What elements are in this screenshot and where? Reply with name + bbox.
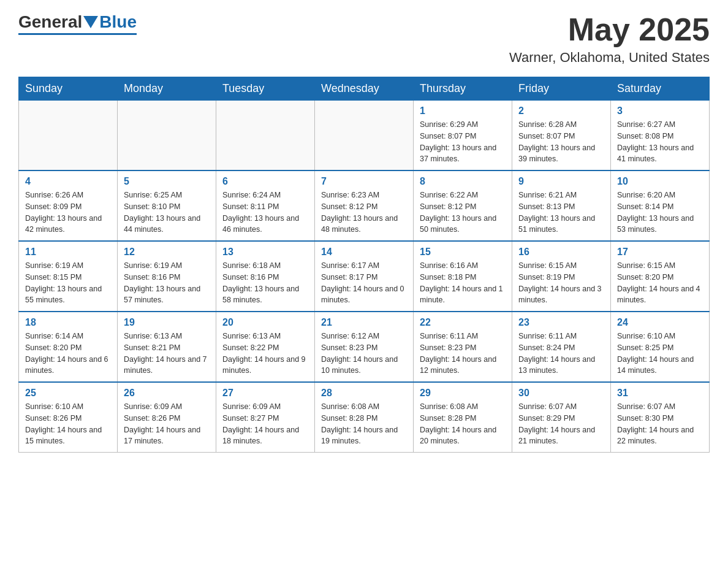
day-number: 4: [25, 176, 111, 187]
day-number: 2: [518, 105, 604, 117]
weekday-header-tuesday: Tuesday: [216, 77, 315, 101]
day-info: Sunrise: 6:09 AMSunset: 8:26 PMDaylight:…: [124, 401, 210, 447]
calendar-week-row: 18Sunrise: 6:14 AMSunset: 8:20 PMDayligh…: [19, 312, 710, 382]
day-number: 21: [321, 317, 407, 328]
calendar-cell: 20Sunrise: 6:13 AMSunset: 8:22 PMDayligh…: [216, 312, 315, 382]
calendar-cell: 4Sunrise: 6:26 AMSunset: 8:09 PMDaylight…: [19, 170, 118, 241]
day-info: Sunrise: 6:15 AMSunset: 8:20 PMDaylight:…: [617, 260, 703, 306]
day-number: 6: [222, 176, 308, 187]
calendar-cell: 12Sunrise: 6:19 AMSunset: 8:16 PMDayligh…: [118, 241, 216, 312]
calendar-cell: 16Sunrise: 6:15 AMSunset: 8:19 PMDayligh…: [512, 241, 611, 312]
calendar-cell: 14Sunrise: 6:17 AMSunset: 8:17 PMDayligh…: [315, 241, 414, 312]
day-info: Sunrise: 6:17 AMSunset: 8:17 PMDaylight:…: [321, 260, 407, 306]
calendar-week-row: 11Sunrise: 6:19 AMSunset: 8:15 PMDayligh…: [19, 241, 710, 312]
day-info: Sunrise: 6:24 AMSunset: 8:11 PMDaylight:…: [222, 190, 308, 236]
calendar-cell: 24Sunrise: 6:10 AMSunset: 8:25 PMDayligh…: [611, 312, 710, 382]
day-number: 26: [124, 388, 210, 399]
calendar-cell: [216, 101, 315, 171]
day-number: 18: [25, 317, 111, 328]
day-info: Sunrise: 6:22 AMSunset: 8:12 PMDaylight:…: [420, 190, 506, 236]
calendar-cell: 2Sunrise: 6:28 AMSunset: 8:07 PMDaylight…: [512, 101, 611, 171]
weekday-header-friday: Friday: [512, 77, 611, 101]
day-info: Sunrise: 6:12 AMSunset: 8:23 PMDaylight:…: [321, 331, 407, 377]
logo-triangle-icon: [83, 16, 98, 28]
day-number: 15: [420, 247, 506, 258]
day-number: 1: [420, 105, 506, 117]
calendar-cell: 3Sunrise: 6:27 AMSunset: 8:08 PMDaylight…: [611, 101, 710, 171]
day-info: Sunrise: 6:26 AMSunset: 8:09 PMDaylight:…: [25, 190, 111, 236]
day-info: Sunrise: 6:29 AMSunset: 8:07 PMDaylight:…: [420, 119, 506, 165]
day-number: 3: [617, 105, 703, 117]
day-number: 8: [420, 176, 506, 187]
calendar-cell: [315, 101, 414, 171]
day-info: Sunrise: 6:23 AMSunset: 8:12 PMDaylight:…: [321, 190, 407, 236]
day-number: 17: [617, 247, 703, 258]
calendar-cell: 7Sunrise: 6:23 AMSunset: 8:12 PMDaylight…: [315, 170, 414, 241]
day-info: Sunrise: 6:11 AMSunset: 8:24 PMDaylight:…: [518, 331, 604, 377]
day-number: 24: [617, 317, 703, 328]
calendar-cell: 17Sunrise: 6:15 AMSunset: 8:20 PMDayligh…: [611, 241, 710, 312]
day-info: Sunrise: 6:18 AMSunset: 8:16 PMDaylight:…: [222, 260, 308, 306]
day-number: 23: [518, 317, 604, 328]
weekday-header-saturday: Saturday: [611, 77, 710, 101]
logo-general-text: General: [18, 12, 82, 32]
calendar-cell: 31Sunrise: 6:07 AMSunset: 8:30 PMDayligh…: [611, 382, 710, 453]
calendar-week-row: 4Sunrise: 6:26 AMSunset: 8:09 PMDaylight…: [19, 170, 710, 241]
day-info: Sunrise: 6:13 AMSunset: 8:21 PMDaylight:…: [124, 331, 210, 377]
day-info: Sunrise: 6:20 AMSunset: 8:14 PMDaylight:…: [617, 190, 703, 236]
day-info: Sunrise: 6:19 AMSunset: 8:16 PMDaylight:…: [124, 260, 210, 306]
calendar-cell: 30Sunrise: 6:07 AMSunset: 8:29 PMDayligh…: [512, 382, 611, 453]
weekday-header-sunday: Sunday: [19, 77, 118, 101]
calendar-header-row: SundayMondayTuesdayWednesdayThursdayFrid…: [19, 77, 710, 101]
calendar-cell: 5Sunrise: 6:25 AMSunset: 8:10 PMDaylight…: [118, 170, 216, 241]
day-number: 30: [518, 388, 604, 399]
calendar-week-row: 25Sunrise: 6:10 AMSunset: 8:26 PMDayligh…: [19, 382, 710, 453]
calendar-cell: 10Sunrise: 6:20 AMSunset: 8:14 PMDayligh…: [611, 170, 710, 241]
calendar-cell: 23Sunrise: 6:11 AMSunset: 8:24 PMDayligh…: [512, 312, 611, 382]
day-number: 13: [222, 247, 308, 258]
day-info: Sunrise: 6:25 AMSunset: 8:10 PMDaylight:…: [124, 190, 210, 236]
day-info: Sunrise: 6:07 AMSunset: 8:29 PMDaylight:…: [518, 401, 604, 447]
day-number: 12: [124, 247, 210, 258]
day-number: 25: [25, 388, 111, 399]
day-info: Sunrise: 6:13 AMSunset: 8:22 PMDaylight:…: [222, 331, 308, 377]
day-info: Sunrise: 6:07 AMSunset: 8:30 PMDaylight:…: [617, 401, 703, 447]
calendar-cell: [19, 101, 118, 171]
day-info: Sunrise: 6:10 AMSunset: 8:25 PMDaylight:…: [617, 331, 703, 377]
day-info: Sunrise: 6:11 AMSunset: 8:23 PMDaylight:…: [420, 331, 506, 377]
day-number: 9: [518, 176, 604, 187]
calendar-cell: 18Sunrise: 6:14 AMSunset: 8:20 PMDayligh…: [19, 312, 118, 382]
calendar-table: SundayMondayTuesdayWednesdayThursdayFrid…: [18, 77, 710, 453]
day-info: Sunrise: 6:08 AMSunset: 8:28 PMDaylight:…: [420, 401, 506, 447]
title-section: May 2025 Warner, Oklahoma, United States: [509, 12, 710, 66]
calendar-cell: 27Sunrise: 6:09 AMSunset: 8:27 PMDayligh…: [216, 382, 315, 453]
weekday-header-monday: Monday: [118, 77, 216, 101]
day-number: 19: [124, 317, 210, 328]
calendar-cell: 19Sunrise: 6:13 AMSunset: 8:21 PMDayligh…: [118, 312, 216, 382]
day-info: Sunrise: 6:14 AMSunset: 8:20 PMDaylight:…: [25, 331, 111, 377]
calendar-cell: 15Sunrise: 6:16 AMSunset: 8:18 PMDayligh…: [414, 241, 512, 312]
calendar-cell: 25Sunrise: 6:10 AMSunset: 8:26 PMDayligh…: [19, 382, 118, 453]
day-info: Sunrise: 6:27 AMSunset: 8:08 PMDaylight:…: [617, 119, 703, 165]
page-header: General Blue May 2025 Warner, Oklahoma, …: [18, 12, 710, 66]
calendar-cell: 28Sunrise: 6:08 AMSunset: 8:28 PMDayligh…: [315, 382, 414, 453]
calendar-cell: 8Sunrise: 6:22 AMSunset: 8:12 PMDaylight…: [414, 170, 512, 241]
day-info: Sunrise: 6:10 AMSunset: 8:26 PMDaylight:…: [25, 401, 111, 447]
day-number: 5: [124, 176, 210, 187]
day-info: Sunrise: 6:08 AMSunset: 8:28 PMDaylight:…: [321, 401, 407, 447]
day-info: Sunrise: 6:19 AMSunset: 8:15 PMDaylight:…: [25, 260, 111, 306]
calendar-cell: 29Sunrise: 6:08 AMSunset: 8:28 PMDayligh…: [414, 382, 512, 453]
day-number: 28: [321, 388, 407, 399]
calendar-cell: 26Sunrise: 6:09 AMSunset: 8:26 PMDayligh…: [118, 382, 216, 453]
day-number: 11: [25, 247, 111, 258]
day-number: 20: [222, 317, 308, 328]
day-number: 7: [321, 176, 407, 187]
day-info: Sunrise: 6:21 AMSunset: 8:13 PMDaylight:…: [518, 190, 604, 236]
location-subtitle: Warner, Oklahoma, United States: [509, 50, 710, 66]
logo-blue-text: Blue: [99, 12, 137, 32]
day-number: 27: [222, 388, 308, 399]
calendar-cell: 11Sunrise: 6:19 AMSunset: 8:15 PMDayligh…: [19, 241, 118, 312]
calendar-cell: 13Sunrise: 6:18 AMSunset: 8:16 PMDayligh…: [216, 241, 315, 312]
calendar-week-row: 1Sunrise: 6:29 AMSunset: 8:07 PMDaylight…: [19, 101, 710, 171]
day-number: 14: [321, 247, 407, 258]
